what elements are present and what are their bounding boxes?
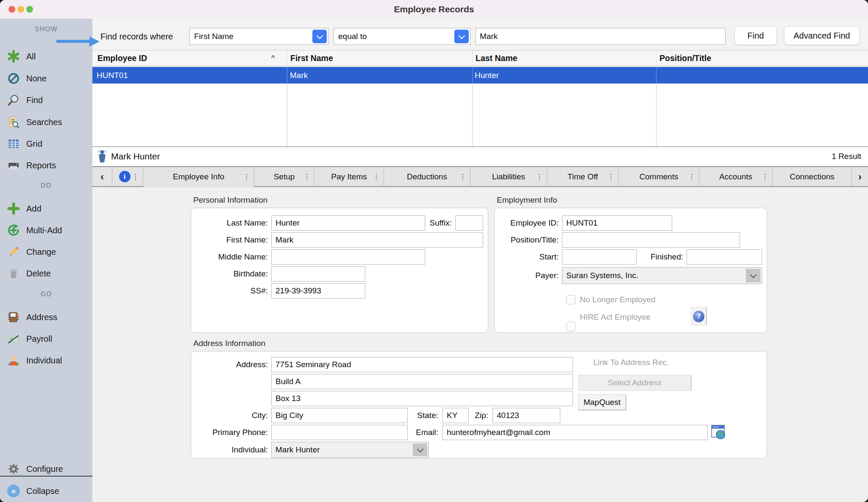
hire-act-help-button[interactable]: ?: [691, 307, 707, 326]
first-name-label: First Name:: [191, 232, 268, 248]
tab-accounts[interactable]: Accounts⋮: [699, 167, 773, 186]
tab-connections[interactable]: Connections: [773, 167, 852, 186]
primary-phone-label: Primary Phone:: [191, 425, 268, 440]
tabs-scroll-right-button[interactable]: ›: [852, 167, 868, 186]
tab-bar: ‹ i⋮ Employee Info⋮ Setup⋮ Pay Items⋮ De…: [92, 166, 868, 187]
column-header-position-title[interactable]: Position/Title: [659, 50, 711, 67]
operator-select-value: equal to: [334, 32, 454, 41]
tab-time-off[interactable]: Time Off⋮: [547, 167, 619, 186]
position-title-label: Position/Title:: [494, 232, 559, 248]
sidebar-item-reports[interactable]: Reports: [0, 157, 92, 174]
employee-id-field[interactable]: [562, 215, 672, 231]
advanced-find-button[interactable]: Advanced Find: [784, 26, 860, 45]
tabs-scroll-left-button[interactable]: ‹: [92, 167, 112, 186]
sidebar-item-address[interactable]: Address: [0, 309, 92, 326]
chevron-down-icon: [746, 269, 760, 282]
web-page-icon[interactable]: [711, 424, 726, 442]
sidebar-item-delete[interactable]: Delete: [0, 265, 92, 282]
active-tab-connector: [144, 186, 254, 187]
suffix-field[interactable]: [455, 215, 483, 231]
hire-act-label: HIRE Act Employee: [580, 312, 651, 323]
tab-setup[interactable]: Setup⋮: [254, 167, 314, 186]
sidebar-item-searches[interactable]: Searches: [0, 114, 92, 131]
sidebar-item-label: All: [26, 52, 36, 61]
field-select-value: First Name: [190, 32, 312, 41]
sidebar-item-change[interactable]: Change: [0, 243, 92, 260]
employee-figure-icon: [97, 149, 107, 165]
sidebar-item-multi-add[interactable]: Multi-Add: [0, 222, 92, 239]
printer-icon: [7, 159, 20, 172]
find-records-where-label: Find records where: [100, 28, 173, 45]
search-input[interactable]: [476, 28, 726, 45]
start-date-field[interactable]: [562, 249, 637, 265]
ssn-label: SS#:: [191, 283, 268, 298]
plus-icon: [7, 202, 20, 215]
tab-menu-dots-icon[interactable]: ⋮: [303, 172, 310, 181]
finished-date-field[interactable]: [687, 249, 762, 265]
sort-ascending-icon[interactable]: ^: [271, 50, 275, 67]
link-to-address-label: Link To Address Rec.: [593, 357, 669, 368]
primary-phone-field[interactable]: [271, 425, 408, 440]
select-address-button[interactable]: Select Address: [578, 375, 692, 391]
column-header-employee-id[interactable]: Employee ID: [97, 50, 147, 67]
address-line3-field[interactable]: [271, 391, 573, 406]
address-line2-field[interactable]: [271, 374, 573, 389]
tab-pay-items[interactable]: Pay Items⋮: [314, 167, 384, 186]
tab-comments[interactable]: Comments⋮: [619, 167, 699, 186]
sidebar-item-payroll[interactable]: Payroll: [0, 330, 92, 347]
ssn-field[interactable]: [271, 283, 365, 298]
tab-menu-dots-icon[interactable]: ⋮: [607, 172, 615, 181]
tab-menu-dots-icon[interactable]: ⋮: [373, 172, 380, 181]
state-field[interactable]: [442, 408, 469, 423]
sidebar-item-find[interactable]: Find: [0, 92, 92, 109]
tab-menu-dots-icon[interactable]: ⋮: [243, 172, 250, 181]
address-line1-field[interactable]: [271, 357, 573, 372]
tab-employee-info[interactable]: Employee Info⋮: [143, 167, 254, 186]
sidebar-item-individual[interactable]: Individual: [0, 352, 92, 369]
sidebar-item-label: Individual: [26, 356, 62, 365]
operator-select[interactable]: equal to: [334, 28, 470, 45]
find-button[interactable]: Find: [734, 26, 777, 45]
column-header-first-name[interactable]: First Name: [290, 50, 333, 67]
tab-menu-dots-icon[interactable]: ⋮: [688, 172, 695, 181]
sidebar-item-collapse[interactable]: « Collapse: [0, 482, 92, 499]
suffix-label: Suffix:: [424, 215, 452, 231]
tab-deductions[interactable]: Deductions⋮: [384, 167, 470, 186]
column-divider: [656, 84, 657, 146]
person-icon: [7, 354, 20, 367]
mapquest-button[interactable]: MapQuest: [578, 394, 626, 410]
zip-field[interactable]: [492, 408, 560, 423]
tab-menu-dots-icon[interactable]: ⋮: [536, 172, 543, 181]
column-divider: [656, 50, 657, 66]
sidebar-item-configure[interactable]: Configure: [0, 460, 92, 477]
column-divider: [287, 84, 287, 146]
no-longer-employed-checkbox[interactable]: [566, 295, 576, 304]
hire-act-checkbox[interactable]: [566, 322, 576, 331]
birthdate-field[interactable]: [271, 266, 365, 282]
circle-slash-icon: [7, 72, 20, 85]
position-title-field[interactable]: [562, 232, 740, 248]
sidebar-item-grid[interactable]: Grid: [0, 135, 92, 152]
address-book-icon: [7, 310, 20, 324]
annotation-arrow-head: [89, 36, 100, 47]
first-name-field[interactable]: [271, 232, 483, 248]
tab-menu-dots-icon[interactable]: ⋮: [761, 172, 768, 181]
sidebar-item-label: Find: [26, 95, 43, 105]
field-select[interactable]: First Name: [189, 28, 328, 45]
payer-select[interactable]: Suran Systems, Inc.: [562, 267, 762, 284]
middle-name-field[interactable]: [271, 249, 425, 265]
tab-menu-dots-icon[interactable]: ⋮: [132, 172, 139, 181]
no-longer-employed-label: No Longer Employed: [580, 294, 656, 305]
tab-liabilities[interactable]: Liabilities⋮: [470, 167, 547, 186]
sidebar-item-none[interactable]: None: [0, 70, 92, 87]
column-header-last-name[interactable]: Last Name: [476, 50, 517, 67]
sidebar-item-all[interactable]: All: [0, 48, 92, 65]
last-name-field[interactable]: [271, 215, 425, 231]
city-field[interactable]: [271, 408, 408, 423]
sidebar-item-add[interactable]: Add: [0, 200, 92, 217]
email-field[interactable]: [442, 425, 708, 440]
sidebar-section-go: GO: [0, 290, 92, 301]
individual-select[interactable]: Mark Hunter: [271, 442, 429, 458]
record-info-button[interactable]: i⋮: [112, 167, 143, 186]
tab-menu-dots-icon[interactable]: ⋮: [459, 172, 466, 181]
